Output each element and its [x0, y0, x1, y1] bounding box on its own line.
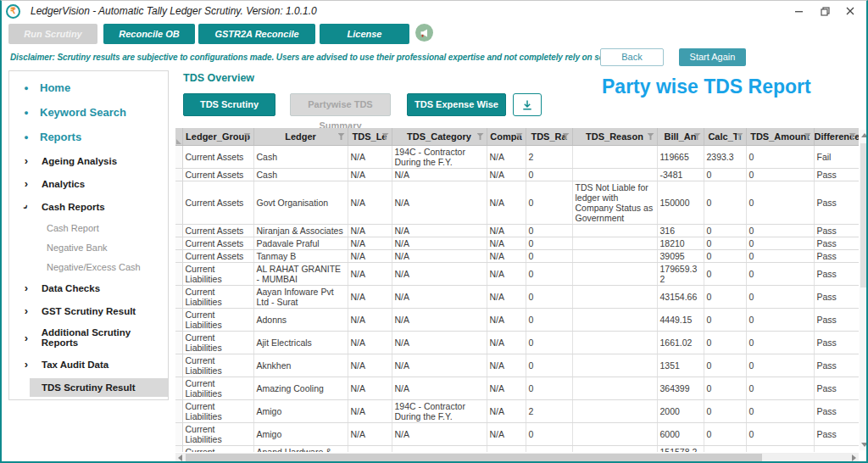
- sidebar-item[interactable]: Ageing Analysis: [9, 149, 168, 172]
- column-header[interactable]: Compa: [487, 128, 526, 145]
- download-button[interactable]: [513, 93, 542, 116]
- sidebar-item[interactable]: TDS Scrutiny Result: [30, 378, 168, 397]
- sidebar-nav: Home Keyword Search Reports Ageing Analy…: [9, 71, 168, 397]
- row-header[interactable]: [175, 445, 182, 452]
- table-row[interactable]: Current Liabilities Amigo N/A 194C - Con…: [175, 399, 859, 422]
- cell-ledger-group: Current Liabilities: [182, 377, 253, 399]
- column-header[interactable]: Difference: [814, 128, 859, 145]
- row-header[interactable]: [175, 237, 182, 249]
- column-header[interactable]: TDS_Ra: [526, 128, 572, 145]
- row-header[interactable]: [175, 377, 182, 399]
- row-header[interactable]: [175, 262, 182, 285]
- start-again-button[interactable]: Start Again: [679, 48, 746, 66]
- table-row[interactable]: Current Assets Cash N/A 194C - Contracto…: [175, 145, 859, 168]
- window-title: LedgerVision - Automatic Tally Ledger Sc…: [31, 5, 317, 17]
- cell-tds-reason: [572, 331, 657, 354]
- table-row[interactable]: Current Liabilities Amazing Cooling N/A …: [175, 377, 859, 399]
- scroll-down-arrow-icon[interactable]: [861, 443, 868, 447]
- row-header[interactable]: [175, 285, 182, 308]
- cell-ledger: Aayan Infoware Pvt Ltd - Surat: [253, 285, 348, 308]
- cell-tds-category: N/A: [392, 237, 487, 249]
- cell-calc-tds: 0: [704, 262, 746, 285]
- table-row[interactable]: Current Liabilities Anand Hardware & Too…: [175, 445, 859, 452]
- cell-bill-amount: 364399: [657, 377, 704, 399]
- row-header[interactable]: [175, 145, 182, 168]
- reconcile-ob-button[interactable]: Reconcile OB: [103, 24, 195, 44]
- restore-icon[interactable]: [812, 1, 837, 21]
- cell-ledger: Anand Hardware & Tools: [253, 445, 348, 452]
- cell-tds-category: N/A: [392, 249, 487, 262]
- table-row[interactable]: Current Assets Padavale Praful N/A N/A N…: [175, 237, 859, 249]
- sidebar-item[interactable]: Negative Bank: [9, 237, 168, 257]
- license-button[interactable]: License: [320, 24, 409, 44]
- filter-icon[interactable]: [648, 133, 654, 140]
- tab-tds-expense-wise[interactable]: TDS Expense Wise: [407, 93, 506, 116]
- column-header[interactable]: TDS_Le: [348, 128, 392, 145]
- close-icon[interactable]: [837, 1, 863, 21]
- table-row[interactable]: Current Assets Govt Organisation N/A N/A…: [175, 181, 859, 224]
- row-header[interactable]: [175, 168, 182, 181]
- table-row[interactable]: Current Liabilities Aknkhen N/A N/A N/A …: [175, 354, 859, 377]
- column-header[interactable]: Calc_Tl: [704, 128, 746, 145]
- cell-difference: Pass: [814, 181, 859, 224]
- row-header[interactable]: [175, 331, 182, 354]
- horizontal-scroll-thumb[interactable]: [186, 454, 762, 461]
- cell-calc-tds: 0: [704, 168, 746, 181]
- sidebar-item[interactable]: GST Scrutiny Result: [9, 299, 168, 322]
- select-all-corner[interactable]: [175, 128, 182, 145]
- download-icon: [521, 99, 533, 111]
- filter-icon[interactable]: [338, 133, 345, 140]
- tab-partywise-tds-summary[interactable]: Partywise TDS Summary: [290, 93, 391, 116]
- scroll-right-arrow-icon[interactable]: [852, 455, 856, 461]
- row-header[interactable]: [175, 249, 182, 262]
- scroll-up-arrow-icon[interactable]: [861, 133, 868, 137]
- sidebar-item[interactable]: Negative/Excess Cash: [9, 257, 168, 276]
- horizontal-scrollbar[interactable]: [175, 453, 859, 462]
- sidebar-item[interactable]: Home: [9, 75, 168, 100]
- sidebar-item[interactable]: Keyword Search: [9, 100, 168, 125]
- cell-tds-amount: 0: [746, 181, 814, 224]
- sidebar-item[interactable]: Analytics: [9, 172, 168, 195]
- vertical-scroll-thumb[interactable]: [860, 143, 868, 287]
- tab-tds-scrutiny-results[interactable]: TDS Scrutiny Results: [183, 93, 275, 116]
- minimize-icon[interactable]: [787, 1, 812, 21]
- cell-difference: Pass: [814, 285, 859, 308]
- table-row[interactable]: Current Liabilities AL RAHAT GRANITE - M…: [175, 262, 859, 285]
- scroll-left-arrow-icon[interactable]: [178, 455, 182, 461]
- column-header[interactable]: Ledger: [253, 128, 348, 145]
- column-header[interactable]: TDS_Category: [392, 128, 487, 145]
- vertical-scrollbar[interactable]: [860, 130, 868, 450]
- row-header[interactable]: [175, 354, 182, 377]
- row-header[interactable]: [175, 422, 182, 445]
- run-scrutiny-button[interactable]: Run Scrutiny: [8, 24, 97, 44]
- table-row[interactable]: Current Assets Cash N/A N/A N/A 0 -3481 …: [175, 168, 859, 181]
- table-row[interactable]: Current Liabilities Ajit Electricals N/A…: [175, 331, 859, 354]
- table-row[interactable]: Current Assets Niranjan & Associates N/A…: [175, 224, 859, 237]
- sidebar-item[interactable]: Cash Reports: [9, 195, 168, 218]
- table-row[interactable]: Current Liabilities Amigo N/A N/A N/A 0 …: [175, 422, 859, 445]
- column-header[interactable]: Bill_An: [657, 128, 704, 145]
- cell-tds-ledger: N/A: [348, 308, 392, 331]
- gstr2a-reconcile-button[interactable]: GSTR2A Reconcile: [198, 24, 315, 44]
- sidebar-item[interactable]: Data Checks: [9, 276, 168, 299]
- cell-calc-tds: 0: [704, 308, 746, 331]
- column-header[interactable]: Ledger_Group: [182, 128, 253, 145]
- row-header[interactable]: [175, 399, 182, 422]
- cell-tds-reason: [572, 285, 657, 308]
- table-row[interactable]: Current Liabilities Aayan Infoware Pvt L…: [175, 285, 859, 308]
- row-header[interactable]: [175, 308, 182, 331]
- announcement-megaphone-icon[interactable]: [415, 24, 433, 42]
- cell-tds-ledger: N/A: [348, 422, 392, 445]
- back-button[interactable]: Back: [600, 48, 664, 66]
- sidebar-item[interactable]: Cash Report: [9, 218, 168, 237]
- sidebar-item[interactable]: Tax Audit Data: [9, 353, 168, 376]
- sidebar-item[interactable]: Reports: [9, 125, 168, 149]
- row-header[interactable]: [175, 181, 182, 224]
- sidebar-item[interactable]: Additional Scrutiny Reports: [9, 322, 168, 353]
- column-header[interactable]: TDS_Reason: [572, 128, 657, 145]
- column-header[interactable]: TDS_Amount: [746, 128, 814, 145]
- row-header[interactable]: [175, 224, 182, 237]
- table-row[interactable]: Current Liabilities Adonns N/A N/A N/A 0…: [175, 308, 859, 331]
- table-row[interactable]: Current Assets Tanmay B N/A N/A N/A 0 39…: [175, 249, 859, 262]
- filter-icon[interactable]: [477, 133, 484, 140]
